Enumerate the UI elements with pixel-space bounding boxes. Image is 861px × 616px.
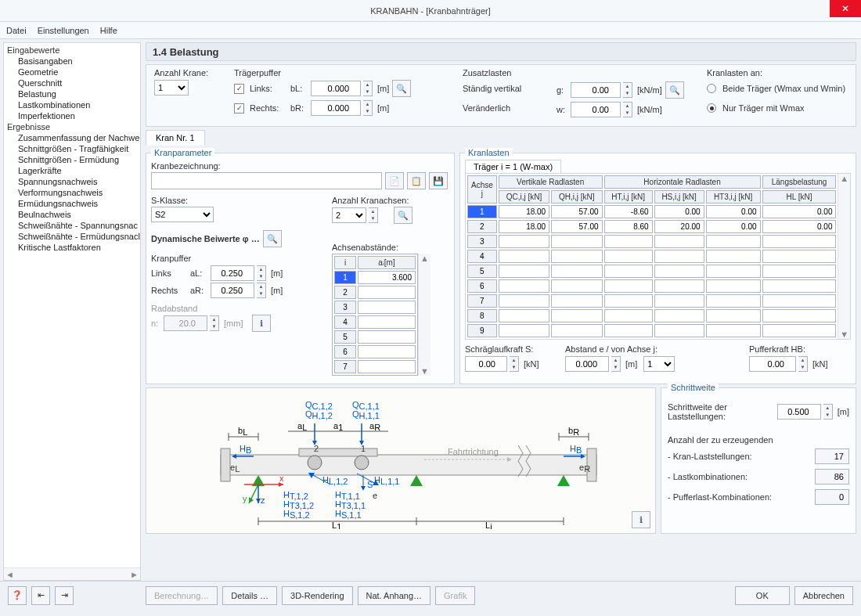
achsen-info-icon[interactable]: 🔍 [394, 207, 412, 224]
bez-browse-icon[interactable]: 📄 [385, 172, 404, 189]
sidebar-item-spannung[interactable]: Spannungsnachweis [4, 176, 140, 187]
svg-text:Fahrtrichtung: Fahrtrichtung [448, 447, 499, 456]
svg-text:eL: eL [230, 463, 240, 474]
rendering-btn[interactable]: 3D-Rendering [282, 586, 352, 605]
schrag-input[interactable] [465, 356, 507, 372]
bl-spinner[interactable]: ▲▼ [363, 81, 373, 96]
sidebar-item-schnitt-erm[interactable]: Schnittgrößen - Ermüdung [4, 154, 140, 165]
puffer-label: Pufferkraft HB: [749, 344, 851, 354]
sidebar-head-eingabe[interactable]: Eingabewerte [4, 45, 140, 56]
abstand-j-select[interactable]: 1 [643, 356, 675, 372]
bl-info-icon[interactable]: 🔍 [392, 80, 411, 97]
dynbei-icon[interactable]: 🔍 [263, 230, 282, 247]
rechts-checkbox[interactable]: ✓ [234, 103, 244, 113]
sidebar-item-beul[interactable]: Beulnachweis [4, 209, 140, 220]
achsabst-grid[interactable]: iaᵢ[m] 13.600 2 3 4 5 6 7 [332, 254, 418, 376]
svg-text:HB: HB [240, 444, 251, 455]
g-input[interactable] [571, 82, 621, 98]
sidebar-item-imperfektionen[interactable]: Imperfektionen [4, 110, 140, 121]
sidebar-item-lastkombinationen[interactable]: Lastkombinationen [4, 99, 140, 110]
kranlasten-subtab[interactable]: Träger i = 1 (W-max) [465, 160, 561, 173]
sidebar-item-zusammenfassung[interactable]: Zusammenfassung der Nachwe [4, 132, 140, 143]
n-spinner: ▲▼ [210, 315, 219, 331]
puffer-input[interactable] [749, 356, 796, 372]
sidebar-item-verformung[interactable]: Verformungsnachweis [4, 187, 140, 198]
ok-btn[interactable]: OK [735, 586, 790, 605]
radio-nur[interactable] [707, 103, 716, 113]
abstand-input[interactable] [565, 356, 609, 372]
sw-label1: Schrittweite der Laststellungen: [668, 402, 727, 421]
sidebar-item-schnitt-trag[interactable]: Schnittgrößen - Tragfähigkeit [4, 143, 140, 154]
links-checkbox[interactable]: ✓ [234, 84, 244, 94]
br-unit: [m] [377, 103, 389, 113]
anhang-btn[interactable]: Nat. Anhang… [358, 586, 431, 605]
br-input[interactable] [311, 100, 361, 116]
kranpuffer-label: Kranpuffer [151, 254, 324, 263]
radio-nur-label: Nur Träger mit Wmax [722, 103, 805, 113]
g-spinner[interactable]: ▲▼ [623, 82, 632, 98]
svg-text:z: z [261, 495, 265, 505]
svg-text:bL: bL [238, 426, 247, 437]
achsabst-scroll[interactable]: ▲▼ [418, 254, 430, 376]
n-info-icon[interactable]: ℹ [252, 315, 271, 332]
sidebar-item-kritische[interactable]: Kritische Lastfaktoren [4, 242, 140, 253]
al-spinner[interactable]: ▲▼ [257, 265, 266, 281]
abbrechen-btn[interactable]: Abbrechen [794, 586, 853, 605]
w-input[interactable] [571, 102, 621, 117]
details-btn[interactable]: Details … [222, 586, 277, 605]
sidebar-item-schweiss-erm[interactable]: Schweißnähte - Ermüdungsnacl [4, 231, 140, 242]
puffer-spinner[interactable]: ▲▼ [798, 356, 808, 372]
sidebar-item-ermuedung[interactable]: Ermüdungsnachweis [4, 198, 140, 209]
sidebar: Eingabewerte Basisangaben Geometrie Quer… [3, 42, 141, 581]
kranlasten-scroll[interactable]: ▲▼ [838, 174, 850, 339]
svg-text:QH,1,2: QH,1,2 [305, 409, 333, 420]
achsen-spinner[interactable]: ▲▼ [369, 207, 378, 223]
menu-hilfe[interactable]: Hilfe [100, 26, 117, 35]
close-button[interactable]: ✕ [830, 0, 861, 17]
ar-input[interactable] [211, 283, 254, 298]
bl-input[interactable] [311, 81, 361, 96]
anzahl-krane-select[interactable]: 1 [154, 80, 189, 95]
bl-unit: [m] [377, 84, 389, 93]
sidebar-item-querschnitt[interactable]: Querschnitt [4, 77, 140, 88]
help-icon[interactable]: ❓ [8, 586, 27, 605]
svg-text:bR: bR [568, 426, 579, 437]
sidebar-item-lagerkraefte[interactable]: Lagerkräfte [4, 165, 140, 176]
menu-datei[interactable]: Datei [6, 26, 27, 35]
g-info-icon[interactable]: 🔍 [665, 81, 684, 99]
rechts-label: Rechts: [250, 103, 287, 113]
w-spinner[interactable]: ▲▼ [623, 102, 632, 117]
menubar: Datei Einstellungen Hilfe [0, 22, 861, 39]
menu-einstellungen[interactable]: Einstellungen [38, 26, 89, 35]
sidebar-item-belastung[interactable]: Belastung [4, 88, 140, 99]
diagram-info-icon[interactable]: ℹ [632, 511, 650, 528]
sidebar-scrollbar[interactable]: ◄► [4, 567, 140, 580]
sidebar-item-geometrie[interactable]: Geometrie [4, 67, 140, 77]
next-icon[interactable]: ⇥ [55, 586, 74, 605]
svg-text:S: S [367, 480, 373, 489]
radio-beide[interactable] [707, 84, 716, 93]
sw-spinner[interactable]: ▲▼ [823, 404, 833, 420]
bez-save-icon[interactable]: 💾 [429, 172, 448, 189]
kranlasten-grid[interactable]: Achse j Vertikale Radlasten Horizontale … [466, 174, 838, 339]
ar-spinner[interactable]: ▲▼ [257, 283, 266, 298]
sklasse-select[interactable]: S2 [151, 207, 214, 222]
achsen-select[interactable]: 2 [332, 207, 366, 223]
prev-icon[interactable]: ⇤ [31, 586, 50, 605]
sw-kran-value: 17 [815, 448, 849, 464]
al-input[interactable] [211, 265, 254, 281]
bez-copy-icon[interactable]: 📋 [407, 172, 426, 189]
sidebar-head-ergebnisse[interactable]: Ergebnisse [4, 121, 140, 132]
kranparameter-panel: Kranparameter Kranbezeichnung: 📄 📋 💾 S-K… [146, 153, 455, 384]
schrag-spinner[interactable]: ▲▼ [510, 356, 519, 372]
footer: ❓ ⇤ ⇥ Berechnung… Details … 3D-Rendering… [0, 581, 861, 609]
br-spinner[interactable]: ▲▼ [363, 100, 373, 116]
tab-kran-1[interactable]: Kran Nr. 1 [146, 130, 205, 146]
sidebar-item-schweiss-spann[interactable]: Schweißnähte - Spannungsnac [4, 220, 140, 231]
sw-input[interactable] [777, 404, 821, 420]
sidebar-item-basisangaben[interactable]: Basisangaben [4, 56, 140, 67]
bezeichnung-input[interactable] [151, 172, 382, 189]
n-label: n: [151, 319, 160, 328]
abstand-spinner[interactable]: ▲▼ [611, 356, 621, 372]
radabst-label: Radabstand [151, 304, 324, 313]
